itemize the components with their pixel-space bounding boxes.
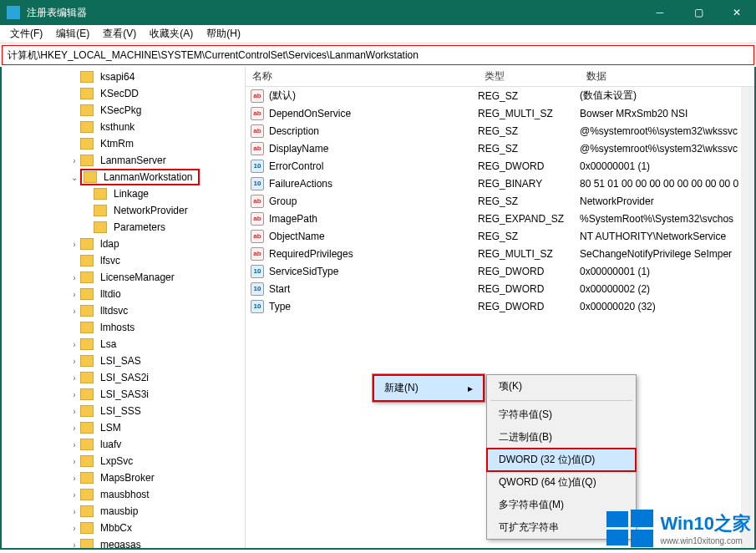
folder-icon xyxy=(80,455,94,467)
registry-value-row[interactable]: abRequiredPrivilegesREG_MULTI_SZSeChange… xyxy=(246,245,754,262)
menu-item-key[interactable]: 项(K) xyxy=(487,375,636,398)
context-menu-submenu: 项(K) 字符串值(S) 二进制值(B) DWORD (32 位)值(D) QW… xyxy=(486,374,637,540)
menu-item-multi[interactable]: 多字符串值(M) xyxy=(487,494,636,516)
tree-caret-icon[interactable] xyxy=(68,424,80,433)
tree-node[interactable]: NetworkProvider xyxy=(2,202,245,219)
tree-node[interactable]: LSI_SAS2i xyxy=(2,369,245,386)
tree-label: ksapi64 xyxy=(97,70,138,84)
tree-node[interactable]: KSecDD xyxy=(2,85,245,102)
menu-file[interactable]: 文件(F) xyxy=(3,25,49,43)
tree-caret-icon[interactable] xyxy=(68,474,80,483)
tree-caret-icon[interactable] xyxy=(68,490,80,500)
tree-caret-icon[interactable] xyxy=(68,357,80,366)
tree-node[interactable]: megasas xyxy=(2,536,245,548)
registry-value-row[interactable]: abDescriptionREG_SZ@%systemroot%\system3… xyxy=(246,122,754,140)
list-scrollbar[interactable] xyxy=(741,87,754,548)
tree-caret-icon[interactable] xyxy=(68,390,80,399)
registry-value-row[interactable]: ab(默认)REG_SZ(数值未设置) xyxy=(246,87,754,104)
tree-node[interactable]: LSM xyxy=(2,419,245,436)
tree-caret-icon[interactable] xyxy=(68,273,80,282)
maximize-button[interactable]: ▢ xyxy=(679,0,718,25)
address-bar[interactable]: 计算机\HKEY_LOCAL_MACHINE\SYSTEM\CurrentCon… xyxy=(2,45,754,65)
tree-node[interactable]: LanmanServer xyxy=(2,152,245,169)
tree-node[interactable]: ksthunk xyxy=(2,119,245,135)
tree-node[interactable]: KtmRm xyxy=(2,135,245,152)
binary-value-icon: 10 xyxy=(251,177,264,190)
column-type[interactable]: 类型 xyxy=(478,67,580,87)
value-type: REG_DWORD xyxy=(478,160,580,172)
tree-node[interactable]: Parameters xyxy=(2,219,245,236)
value-data: NetworkProvider xyxy=(580,195,754,207)
registry-value-row[interactable]: 10TypeREG_DWORD0x00000020 (32) xyxy=(246,297,754,315)
tree-caret-icon[interactable] xyxy=(68,457,80,466)
folder-icon xyxy=(94,188,107,200)
value-name: ErrorControl xyxy=(269,160,478,172)
tree-node[interactable]: lfsvc xyxy=(2,252,245,269)
menu-item-string[interactable]: 字符串值(S) xyxy=(487,403,636,426)
tree-node[interactable]: ksapi64 xyxy=(2,68,245,85)
registry-value-row[interactable]: abImagePathREG_EXPAND_SZ%SystemRoot%\Sys… xyxy=(246,210,754,227)
menu-favorites[interactable]: 收藏夹(A) xyxy=(143,25,200,43)
menu-item-expand[interactable]: 可扩充字符串 xyxy=(487,516,636,539)
string-value-icon: ab xyxy=(251,124,264,138)
registry-value-row[interactable]: 10FailureActionsREG_BINARY80 51 01 00 00… xyxy=(246,175,754,192)
registry-value-row[interactable]: 10ServiceSidTypeREG_DWORD0x00000001 (1) xyxy=(246,262,754,280)
registry-value-row[interactable]: abObjectNameREG_SZNT AUTHORITY\NetworkSe… xyxy=(246,227,754,245)
tree-node[interactable]: LSI_SAS xyxy=(2,353,245,369)
registry-value-row[interactable]: 10ErrorControlREG_DWORD0x00000001 (1) xyxy=(246,157,754,175)
menu-edit[interactable]: 编辑(E) xyxy=(49,25,96,43)
folder-icon xyxy=(80,355,94,367)
column-name[interactable]: 名称 xyxy=(246,67,478,87)
tree-node[interactable]: mausbhost xyxy=(2,486,245,503)
tree-caret-icon[interactable] xyxy=(68,307,80,316)
tree-caret-icon[interactable] xyxy=(68,407,80,416)
tree-node[interactable]: mausbip xyxy=(2,503,245,520)
tree-node[interactable]: KSecPkg xyxy=(2,102,245,119)
tree-caret-icon[interactable] xyxy=(68,524,80,533)
tree-caret-icon[interactable] xyxy=(68,373,80,383)
tree-node[interactable]: ldap xyxy=(2,236,245,252)
value-type: REG_BINARY xyxy=(478,178,580,190)
tree-node[interactable]: lltdio xyxy=(2,286,245,302)
minimize-button[interactable]: ─ xyxy=(641,0,679,25)
tree-caret-icon[interactable] xyxy=(68,440,80,449)
tree-node[interactable]: LSI_SAS3i xyxy=(2,386,245,403)
menu-item-qword[interactable]: QWORD (64 位)值(Q) xyxy=(487,471,636,494)
tree-caret-icon[interactable] xyxy=(68,156,80,165)
tree-node[interactable]: MapsBroker xyxy=(2,469,245,486)
tree-selection-highlight: LanmanWorkstation xyxy=(80,169,200,185)
column-data[interactable]: 数据 xyxy=(580,67,754,87)
address-text: 计算机\HKEY_LOCAL_MACHINE\SYSTEM\CurrentCon… xyxy=(8,48,419,63)
tree-label: MapsBroker xyxy=(97,471,158,485)
tree-node[interactable]: luafv xyxy=(2,436,245,453)
tree-node[interactable]: LicenseManager xyxy=(2,269,245,286)
menu-item-new[interactable]: 新建(N) ▸ xyxy=(374,376,483,400)
menu-view[interactable]: 查看(V) xyxy=(96,25,143,43)
menu-help[interactable]: 帮助(H) xyxy=(200,25,247,43)
menu-item-dword[interactable]: DWORD (32 位)值(D) xyxy=(487,449,636,471)
registry-value-row[interactable]: abGroupREG_SZNetworkProvider xyxy=(246,192,754,210)
tree-label: luafv xyxy=(97,438,124,451)
registry-value-row[interactable]: abDependOnServiceREG_MULTI_SZBowser MRxS… xyxy=(246,104,754,122)
tree-node[interactable]: lmhosts xyxy=(2,319,245,336)
registry-value-row[interactable]: 10StartREG_DWORD0x00000002 (2) xyxy=(246,280,754,297)
tree-node[interactable]: Linkage xyxy=(2,185,245,202)
tree-label: MbbCx xyxy=(97,521,135,535)
tree-node[interactable]: MbbCx xyxy=(2,520,245,536)
menu-item-binary[interactable]: 二进制值(B) xyxy=(487,426,636,449)
tree-node[interactable]: Lsa xyxy=(2,336,245,353)
tree-caret-icon[interactable] xyxy=(68,173,80,182)
tree-node[interactable]: lltdsvc xyxy=(2,302,245,319)
tree-node[interactable]: LSI_SSS xyxy=(2,403,245,419)
tree-caret-icon[interactable] xyxy=(68,340,80,349)
tree-node[interactable]: LxpSvc xyxy=(2,453,245,469)
tree-caret-icon[interactable] xyxy=(68,290,80,299)
tree-caret-icon[interactable] xyxy=(68,540,80,549)
folder-icon xyxy=(80,255,94,266)
registry-value-row[interactable]: abDisplayNameREG_SZ@%systemroot%\system3… xyxy=(246,140,754,157)
close-button[interactable]: ✕ xyxy=(718,0,756,25)
tree-caret-icon[interactable] xyxy=(68,507,80,516)
tree-node[interactable]: LanmanWorkstation xyxy=(2,169,245,185)
tree-caret-icon[interactable] xyxy=(68,240,80,249)
value-name: FailureActions xyxy=(269,178,478,190)
